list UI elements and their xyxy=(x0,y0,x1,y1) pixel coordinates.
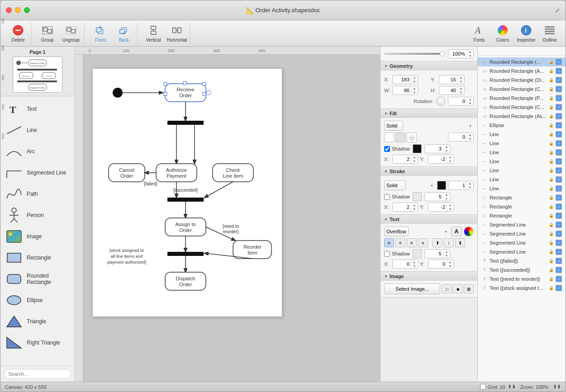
outline-check-4[interactable]: ✓ xyxy=(556,95,562,101)
geometry-header[interactable]: ▼ Geometry xyxy=(381,61,477,71)
outline-check-7[interactable]: ✓ xyxy=(556,122,562,128)
outline-check-22[interactable]: ✓ xyxy=(556,258,562,264)
outline-item-8[interactable]: — Line 🔒 ✓ xyxy=(478,130,566,139)
shape-item-right-triangle[interactable]: Right Triangle xyxy=(2,332,73,353)
text-color-button[interactable] xyxy=(464,227,474,236)
outline-check-13[interactable]: ✓ xyxy=(556,176,562,183)
outline-item-3[interactable]: ▭ Rounded Rectangle (C... 🔒 ✓ xyxy=(478,85,566,94)
y-spinner[interactable]: ▲ ▼ xyxy=(439,75,465,84)
text-x-spinner[interactable]: ▲ ▼ xyxy=(392,260,418,269)
outline-button[interactable]: Outline xyxy=(538,22,561,45)
front-button[interactable]: Front xyxy=(89,22,112,45)
shape-item-rounded-rectangle[interactable]: Rounded Rectangle xyxy=(2,269,73,289)
outline-item-23[interactable]: T Text ([succeeded]) 🔒 ✓ xyxy=(478,265,566,274)
fill-swatch-lightgray[interactable] xyxy=(395,132,405,142)
page-thumb[interactable]: Receive Order Authorize Check Dispatch O… xyxy=(13,57,62,93)
text-align-center[interactable]: ≡ xyxy=(395,238,405,247)
text-shadow-input[interactable] xyxy=(425,251,443,256)
outline-check-18[interactable]: ✓ xyxy=(556,222,562,228)
outline-item-21[interactable]: ⌐ Segmented Line 🔒 ✓ xyxy=(478,247,566,256)
x-spinner[interactable]: ▲ ▼ xyxy=(392,75,418,84)
outline-check-9[interactable]: ✓ xyxy=(556,140,562,146)
outline-item-9[interactable]: — Line 🔒 ✓ xyxy=(478,139,566,148)
fill-shadow-input[interactable] xyxy=(425,146,443,151)
ungroup-button[interactable]: Ungroup xyxy=(60,22,82,45)
outline-check-2[interactable]: ✓ xyxy=(556,77,562,83)
y-up[interactable]: ▲ xyxy=(458,76,464,80)
outline-item-5[interactable]: ▭ Rounded Rectangle (C... 🔒 ✓ xyxy=(478,103,566,112)
outline-check-15[interactable]: ✓ xyxy=(556,194,562,201)
fill-header[interactable]: ▼ Fill xyxy=(381,109,477,118)
rotation-input[interactable] xyxy=(448,99,466,104)
back-button[interactable]: Back xyxy=(113,22,135,45)
delete-button[interactable]: Delete xyxy=(7,22,29,45)
text-overflow-select[interactable]: Overflow Clip Resize xyxy=(384,227,409,236)
text-valign-top[interactable]: ⬆ xyxy=(433,238,442,247)
outline-item-11[interactable]: — Line 🔒 ✓ xyxy=(478,157,566,166)
grid-spinner[interactable]: ⬆⬇ xyxy=(508,384,516,390)
rotation-up[interactable]: ▲ xyxy=(467,97,473,101)
image-align-2[interactable]: ■ xyxy=(453,284,463,293)
outline-check-11[interactable]: ✓ xyxy=(556,158,562,165)
select-image-button[interactable]: Select Image... xyxy=(384,283,440,294)
horizontal-button[interactable]: Horizontal xyxy=(166,22,188,45)
outline-check-5[interactable]: ✓ xyxy=(556,104,562,110)
stroke-shadow-label[interactable]: Shadow xyxy=(384,194,410,200)
outline-item-17[interactable]: □ Rectangle 🔒 ✓ xyxy=(478,211,566,220)
outline-check-23[interactable]: ✓ xyxy=(556,267,562,273)
outline-item-25[interactable]: T Text ([stock assigned t... 🔒 ✓ xyxy=(478,283,566,293)
shape-item-arc[interactable]: Arc xyxy=(2,141,73,162)
y-down[interactable]: ▼ xyxy=(458,80,464,84)
outline-check-0[interactable]: ✓ xyxy=(556,59,562,65)
stroke-width-input[interactable] xyxy=(448,183,466,188)
outline-check-3[interactable]: ✓ xyxy=(556,86,562,92)
h-input[interactable] xyxy=(439,88,457,93)
outline-item-10[interactable]: — Line 🔒 ✓ xyxy=(478,148,566,157)
text-align-left[interactable]: ≡ xyxy=(384,238,394,247)
shape-item-path[interactable]: Path xyxy=(2,184,73,204)
opacity-input[interactable] xyxy=(448,51,466,57)
shape-item-segmented-line[interactable]: Segmented Line xyxy=(2,162,73,183)
outline-check-17[interactable]: ✓ xyxy=(556,213,562,219)
outline-check-8[interactable]: ✓ xyxy=(556,131,562,137)
w-input[interactable] xyxy=(393,88,411,93)
w-down[interactable]: ▼ xyxy=(411,90,418,94)
x-down[interactable]: ▼ xyxy=(411,80,418,84)
vertical-button[interactable]: Vertical xyxy=(142,22,165,45)
stroke-shadow-input[interactable] xyxy=(425,194,443,199)
canvas-scroll[interactable]: Receive Order xyxy=(83,55,380,382)
text-shadow-color[interactable] xyxy=(413,249,422,258)
text-valign-bottom[interactable]: ⬇ xyxy=(455,238,465,247)
fill-shadow-down[interactable]: ▼ xyxy=(443,149,450,153)
outline-item-2[interactable]: ▭ Rounded Rectangle (Di... 🔒 ✓ xyxy=(478,76,566,85)
outline-check-21[interactable]: ✓ xyxy=(556,249,562,255)
outline-item-16[interactable]: □ Rectangle 🔒 ✓ xyxy=(478,202,566,211)
outline-item-20[interactable]: ⌐ Segmented Line 🔒 ✓ xyxy=(478,238,566,247)
outline-check-14[interactable]: ✓ xyxy=(556,185,562,192)
stroke-x-spinner[interactable]: ▲ ▼ xyxy=(392,203,418,212)
shape-item-person[interactable]: Person xyxy=(2,205,73,226)
w-up[interactable]: ▲ xyxy=(411,86,418,90)
outline-item-19[interactable]: ⌐ Segmented Line 🔒 ✓ xyxy=(478,229,566,238)
image-header[interactable]: ▼ Image xyxy=(381,272,477,281)
stroke-x-input[interactable] xyxy=(393,204,411,210)
stroke-y-spinner[interactable]: ▲ ▼ xyxy=(428,203,454,212)
rotation-down[interactable]: ▼ xyxy=(467,101,473,105)
outline-item-7[interactable]: ○ Ellipse 🔒 ✓ xyxy=(478,121,566,130)
fill-shadow-up[interactable]: ▲ xyxy=(443,145,450,149)
image-align-3[interactable]: ⊠ xyxy=(464,284,474,293)
outline-item-12[interactable]: — Line 🔒 ✓ xyxy=(478,166,566,175)
fill-shadow-x-input[interactable] xyxy=(393,156,411,162)
shapes-search-input[interactable] xyxy=(4,369,71,379)
outline-item-18[interactable]: ⌐ Segmented Line 🔒 ✓ xyxy=(478,220,566,229)
stroke-shadow-checkbox[interactable] xyxy=(384,194,390,200)
outline-item-4[interactable]: ▭ Rounded Rectangle (P... 🔒 ✓ xyxy=(478,94,566,103)
outline-check-20[interactable]: ✓ xyxy=(556,240,562,246)
x-input[interactable] xyxy=(393,77,411,82)
rotation-spinner[interactable]: ▲ ▼ xyxy=(448,97,474,106)
fill-shadow-label[interactable]: Shadow xyxy=(384,146,410,152)
opacity-spinner[interactable]: ▲ ▼ xyxy=(448,49,474,58)
outline-check-24[interactable]: ✓ xyxy=(556,276,562,282)
zoom-spinner[interactable]: ⬆⬇ xyxy=(553,384,561,390)
shape-item-text[interactable]: T Text xyxy=(2,99,73,119)
